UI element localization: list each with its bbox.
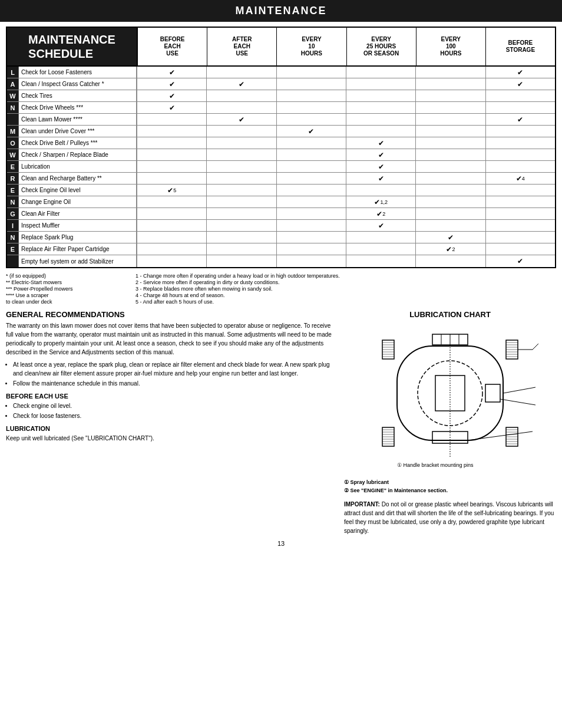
schedule-title: MAINTENANCE SCHEDULE xyxy=(7,28,137,65)
check-cell: ✔5 xyxy=(137,185,207,196)
check-cell xyxy=(137,232,207,243)
check-cell: ✔ xyxy=(346,161,416,172)
before-each-use-bullet: Check engine oil level. xyxy=(13,401,332,410)
check-cell xyxy=(346,126,416,137)
lubrication-text: Keep unit well lubricated (See "LUBRICAT… xyxy=(6,434,332,443)
table-row: NChange Engine Oil✔1,2 xyxy=(7,196,555,208)
row-task-name: Check Drive Belt / Pulleys *** xyxy=(19,137,137,149)
svg-line-42 xyxy=(533,344,538,350)
footnote-left: * (if so equipped) xyxy=(6,273,124,279)
lubrication-heading: LUBRICATION xyxy=(6,425,332,432)
table-row: ECheck Engine Oil level✔5 xyxy=(7,185,555,196)
row-cells: ✔2 xyxy=(137,208,555,219)
check-cell xyxy=(277,149,346,160)
table-row: NCheck Drive Wheels ***✔ xyxy=(7,102,555,114)
check-cell xyxy=(277,78,346,90)
check-cell xyxy=(277,161,346,172)
check-cell xyxy=(416,185,485,196)
check-cell xyxy=(486,185,555,196)
check-cell xyxy=(486,208,555,219)
row-task-name: Empty fuel system or add Stabilizer xyxy=(19,255,137,267)
check-cell xyxy=(416,102,485,113)
row-task-name: Inspect Muffler xyxy=(19,220,137,231)
check-cell: ✔ xyxy=(277,126,346,137)
check-cell xyxy=(416,149,485,160)
lubrication-chart: LUBRICATION CHART xyxy=(344,310,556,535)
column-headers: BEFOREEACHUSE AFTEREACHUSE EVERY10HOURS … xyxy=(137,28,555,65)
gen-rec-bullet: At least once a year, replace the spark … xyxy=(13,360,332,378)
lub-note-1: ① Spray lubricant xyxy=(344,478,556,486)
check-cell: ✔ xyxy=(137,78,207,90)
row-task-name: Check Drive Wheels *** xyxy=(19,102,137,113)
check-cell xyxy=(137,243,207,255)
table-row: IInspect Muffler✔ xyxy=(7,220,555,232)
check-cell: ✔ xyxy=(137,67,207,78)
check-cell xyxy=(277,137,346,149)
footnote-left: **** Use a scraper xyxy=(6,292,124,298)
check-cell xyxy=(277,196,346,207)
check-cell: ✔ xyxy=(207,114,276,125)
col-every-100: EVERY100HOURS xyxy=(416,28,486,65)
check-cell xyxy=(137,149,207,160)
svg-line-43 xyxy=(503,387,535,393)
check-cell xyxy=(207,196,276,207)
row-cells: ✔ xyxy=(137,90,555,101)
table-row: AClean / Inspect Grass Catcher *✔✔✔ xyxy=(7,78,555,90)
check-cell xyxy=(416,90,485,101)
check-cell xyxy=(416,67,485,78)
row-cells: ✔✔4 xyxy=(137,173,555,184)
row-cells: ✔ xyxy=(137,149,555,160)
row-task-name: Clean Lawn Mower **** xyxy=(19,114,137,125)
section-letter: I xyxy=(7,220,19,231)
section-letter: M xyxy=(7,126,19,137)
section-letter: N xyxy=(7,232,19,243)
check-cell xyxy=(207,90,276,101)
check-cell xyxy=(277,114,346,125)
check-cell xyxy=(346,243,416,255)
check-cell: ✔ xyxy=(486,255,555,267)
section-letter: A xyxy=(7,78,19,90)
check-cell: ✔ xyxy=(137,90,207,101)
check-cell: ✔ xyxy=(207,78,276,90)
footnote-left: to clean under deck xyxy=(6,299,124,305)
row-cells: ✔ xyxy=(137,102,555,113)
check-cell xyxy=(207,161,276,172)
check-cell xyxy=(486,220,555,231)
check-cell: ✔ xyxy=(486,67,555,78)
check-cell xyxy=(346,232,416,243)
row-cells: ✔✔ xyxy=(137,114,555,125)
table-row: NReplace Spark Plug✔ xyxy=(7,232,555,243)
table-body: LCheck for Loose Fasteners✔✔AClean / Ins… xyxy=(7,65,555,267)
check-cell: ✔2 xyxy=(346,208,416,219)
page: MAINTENANCE MAINTENANCE SCHEDULE BEFOREE… xyxy=(0,0,562,547)
check-cell xyxy=(346,255,416,267)
before-each-use-heading: BEFORE EACH USE xyxy=(6,393,332,400)
check-cell xyxy=(137,196,207,207)
lub-diagram-labels: ① Spray lubricant ② See "ENGINE" in Main… xyxy=(344,478,556,495)
check-cell xyxy=(277,185,346,196)
check-cell xyxy=(486,137,555,149)
check-cell xyxy=(277,90,346,101)
check-cell xyxy=(416,196,485,207)
table-row: WCheck / Sharpen / Replace Blade✔ xyxy=(7,149,555,161)
important-text: IMPORTANT: Do not oil or grease plastic … xyxy=(344,500,556,535)
check-cell xyxy=(277,232,346,243)
section-letter xyxy=(7,114,19,125)
check-cell xyxy=(486,90,555,101)
row-task-name: Check for Loose Fasteners xyxy=(19,67,137,78)
check-cell xyxy=(416,114,485,125)
row-task-name: Clean Air Filter xyxy=(19,208,137,219)
check-cell xyxy=(416,220,485,231)
row-task-name: Check Engine Oil level xyxy=(19,185,137,196)
section-letter: W xyxy=(7,149,19,160)
general-recommendations: GENERAL RECOMMENDATIONS The warranty on … xyxy=(6,310,332,535)
section-letter: R xyxy=(7,173,19,184)
check-cell xyxy=(486,196,555,207)
row-cells: ✔✔✔ xyxy=(137,78,555,90)
check-cell xyxy=(137,114,207,125)
row-task-name: Check / Sharpen / Replace Blade xyxy=(19,149,137,160)
row-task-name: Replace Spark Plug xyxy=(19,232,137,243)
check-cell xyxy=(137,208,207,219)
check-cell: ✔ xyxy=(346,173,416,184)
check-cell xyxy=(346,114,416,125)
